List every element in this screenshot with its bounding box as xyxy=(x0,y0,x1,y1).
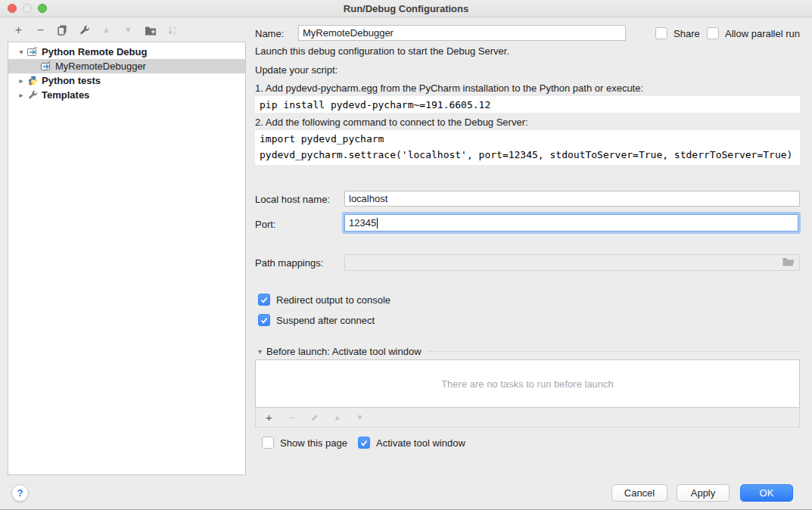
suspend-after-connect-checkbox[interactable] xyxy=(258,314,270,326)
settrace-code-block: import pydevd_pycharmpydevd_pycharm.sett… xyxy=(255,130,800,165)
help-button[interactable]: ? xyxy=(11,484,29,502)
name-input[interactable] xyxy=(298,25,626,41)
new-folder-icon[interactable] xyxy=(144,23,157,36)
share-checkbox-row[interactable]: Share xyxy=(655,27,700,39)
browse-folder-icon[interactable] xyxy=(782,257,795,269)
svg-text:z: z xyxy=(173,30,176,36)
pip-command-code: pip install pydevd-pycharm~=191.6605.12 xyxy=(255,96,800,113)
path-mappings-label: Path mappings: xyxy=(255,257,323,269)
before-launch-title: Before launch: Activate tool window xyxy=(266,346,422,357)
redirect-output-label: Redirect output to console xyxy=(276,294,390,306)
run-debug-configurations-dialog: Run/Debug Configurations + − ▲ ▼ az ▾ Py… xyxy=(0,0,812,510)
port-label: Port: xyxy=(255,219,275,230)
allow-parallel-run-checkbox[interactable] xyxy=(707,27,719,39)
suspend-after-connect-label: Suspend after connect xyxy=(276,315,375,326)
svg-text:a: a xyxy=(173,25,176,30)
local-host-name-input[interactable] xyxy=(344,191,800,207)
edit-templates-icon[interactable] xyxy=(78,23,91,36)
code-line-2: pydevd_pycharm.settrace('localhost', por… xyxy=(260,149,792,160)
remote-debug-icon xyxy=(26,47,39,57)
show-this-page-label: Show this page xyxy=(280,437,347,449)
edit-task-icon xyxy=(308,411,321,424)
window-title: Run/Debug Configurations xyxy=(344,3,468,14)
wrench-icon xyxy=(26,90,39,100)
text-caret xyxy=(377,218,378,229)
minimize-window-button xyxy=(23,4,32,13)
step2-text: 2. Add the following command to connect … xyxy=(255,117,528,128)
copy-configuration-icon[interactable] xyxy=(56,23,69,36)
parallel-checkbox-row[interactable]: Allow parallel run xyxy=(707,27,800,39)
before-launch-task-list[interactable]: There are no tasks to run before launch xyxy=(255,359,800,408)
traffic-lights xyxy=(8,4,47,13)
chevron-down-icon[interactable]: ▾ xyxy=(16,48,26,56)
zoom-window-button[interactable] xyxy=(38,4,47,13)
no-tasks-placeholder: There are no tasks to run before launch xyxy=(441,378,614,390)
tree-item-templates[interactable]: ▸ Templates xyxy=(8,88,245,102)
collapse-triangle-icon[interactable]: ▾ xyxy=(258,347,262,356)
port-value: 12345 xyxy=(349,217,376,229)
move-down-icon: ▼ xyxy=(122,23,135,36)
show-this-page-checkbox[interactable] xyxy=(262,437,274,449)
step1-text: 1. Add pydevd-pycharm.egg from the PyCha… xyxy=(255,82,643,94)
activate-tool-window-checkbox[interactable] xyxy=(358,437,370,449)
tree-item-label: Templates xyxy=(42,89,89,101)
tree-item-myremotedebugger[interactable]: MyRemoteDebugger xyxy=(8,59,245,73)
tree-item-python-tests[interactable]: ▸ Python tests xyxy=(8,73,245,88)
remove-configuration-icon[interactable]: − xyxy=(34,23,47,36)
path-mappings-field xyxy=(344,254,800,271)
move-task-up-icon: ▲ xyxy=(331,411,344,424)
configurations-toolbar: + − ▲ ▼ az xyxy=(12,23,179,36)
port-input[interactable]: 12345 xyxy=(344,214,798,232)
share-checkbox[interactable] xyxy=(655,27,667,39)
remote-debug-icon xyxy=(40,61,52,71)
add-configuration-icon[interactable]: + xyxy=(12,23,25,36)
update-script-text: Update your script: xyxy=(255,64,338,76)
name-label: Name: xyxy=(255,28,284,39)
chevron-right-icon[interactable]: ▸ xyxy=(16,91,26,99)
chevron-right-icon[interactable]: ▸ xyxy=(16,76,26,85)
before-launch-section-header[interactable]: ▾ Before launch: Activate tool window xyxy=(258,346,800,357)
section-divider xyxy=(428,351,800,352)
configurations-tree: ▾ Python Remote Debug MyRemoteDebugger ▸… xyxy=(8,42,246,475)
python-tests-icon xyxy=(26,76,39,86)
host-label: Local host name: xyxy=(255,194,330,205)
allow-parallel-run-label: Allow parallel run xyxy=(725,28,800,39)
tree-item-python-remote-debug[interactable]: ▾ Python Remote Debug xyxy=(8,45,245,59)
tree-item-label: MyRemoteDebugger xyxy=(55,61,146,72)
remove-task-icon: − xyxy=(285,411,298,424)
cancel-button[interactable]: Cancel xyxy=(611,484,667,502)
title-bar: Run/Debug Configurations xyxy=(0,0,812,17)
tree-item-label: Python tests xyxy=(42,75,101,86)
ok-button[interactable]: OK xyxy=(740,484,793,502)
close-window-button[interactable] xyxy=(8,4,17,13)
move-task-down-icon: ▼ xyxy=(353,411,366,424)
activate-tool-window-row[interactable]: Activate tool window xyxy=(358,437,465,449)
sort-configurations-icon: az xyxy=(166,23,179,36)
add-task-icon[interactable]: + xyxy=(263,411,275,424)
tree-item-label: Python Remote Debug xyxy=(42,46,147,58)
show-this-page-row[interactable]: Show this page xyxy=(262,437,347,449)
share-label: Share xyxy=(674,28,700,39)
intro-text: Launch this debug configuration to start… xyxy=(255,45,509,57)
move-up-icon: ▲ xyxy=(100,23,113,36)
redirect-output-row[interactable]: Redirect output to console xyxy=(258,294,390,306)
code-line-1: import pydevd_pycharm xyxy=(260,133,384,145)
task-list-toolbar: + − ▲ ▼ xyxy=(255,408,800,428)
redirect-output-checkbox[interactable] xyxy=(258,294,270,306)
apply-button[interactable]: Apply xyxy=(677,484,730,502)
activate-tool-window-label: Activate tool window xyxy=(376,437,465,449)
suspend-after-connect-row[interactable]: Suspend after connect xyxy=(258,314,375,326)
